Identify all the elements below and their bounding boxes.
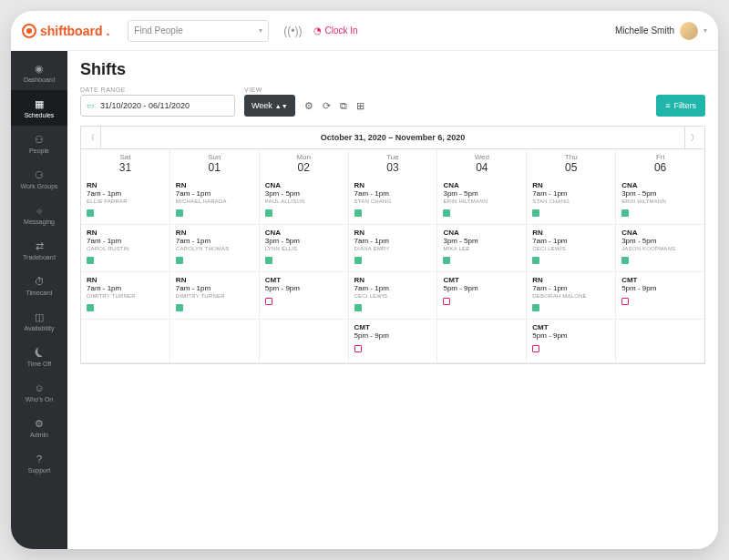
shift-cell[interactable]: CMT5pm - 9pm xyxy=(437,272,527,320)
sidebar-item-people[interactable]: ⚇People xyxy=(11,126,67,161)
sidebar-item-work-groups[interactable]: ⚆Work Groups xyxy=(11,161,67,197)
status-badge xyxy=(532,257,539,264)
shift-role: CNA xyxy=(621,181,699,189)
shift-cell[interactable]: RN7am - 1pmCAROL RUSTIN xyxy=(81,225,170,272)
shift-role: CMT xyxy=(354,323,432,331)
status-badge xyxy=(532,304,539,311)
clock-in-button[interactable]: ◔ Clock In xyxy=(313,25,358,36)
shift-time: 7am - 1pm xyxy=(532,284,610,292)
day-column-header: Wed04 xyxy=(437,149,527,178)
sidebar-item-tradeboard[interactable]: ⇄Tradeboard xyxy=(11,232,67,268)
nav-label: Admin xyxy=(30,432,48,438)
shift-cell[interactable]: CMT5pm - 9pm xyxy=(616,272,704,320)
nav-icon: ⇄ xyxy=(33,239,46,252)
shift-cell[interactable]: RN7am - 1pmSTAN CHANG xyxy=(527,178,616,225)
sidebar-item-schedules[interactable]: ▦Schedules xyxy=(11,90,67,126)
shift-role: RN xyxy=(87,276,164,284)
shift-cell[interactable]: CNA3pm - 5pmJASON KOOPMANS xyxy=(616,225,704,272)
brand-name: shiftboard xyxy=(40,24,102,38)
nav-label: Support xyxy=(28,467,51,473)
sidebar-item-who-s-on[interactable]: ☺Who's On xyxy=(11,374,67,410)
day-number: 02 xyxy=(260,161,348,174)
nav-label: Who's On xyxy=(26,396,54,402)
day-name: Sat xyxy=(81,153,169,161)
broadcast-icon[interactable]: ((•)) xyxy=(283,25,302,37)
status-badge xyxy=(265,209,272,217)
shift-time: 3pm - 5pm xyxy=(265,189,343,198)
shift-person: DEBORAH MALONE xyxy=(532,293,610,299)
nav-icon: ◉ xyxy=(33,62,46,75)
sidebar-item-dashboard[interactable]: ◉Dashboard xyxy=(11,55,67,90)
date-range-input[interactable]: ▭ 31/10/2020 - 06/11/2020 xyxy=(80,95,235,117)
shift-cell[interactable]: RN7am - 1pmCAROLYN THOMAS xyxy=(170,225,260,272)
shift-role: RN xyxy=(354,276,432,284)
logo[interactable]: shiftboard. xyxy=(22,24,109,38)
refresh-icon[interactable]: ⟳ xyxy=(323,100,331,112)
shift-role: CNA xyxy=(265,181,343,189)
shift-cell[interactable]: RN7am - 1pmSTAN CHANG xyxy=(349,178,438,225)
day-name: Fri xyxy=(616,153,704,161)
shift-cell[interactable]: CMT5pm - 9pm xyxy=(260,272,349,320)
nav-icon: ⟐ xyxy=(33,204,46,217)
day-column-header: Fri06 xyxy=(616,149,704,178)
shift-person: ELLIE FARRAR xyxy=(87,199,164,204)
filters-button[interactable]: ≡ Filters xyxy=(656,95,705,117)
shift-cell xyxy=(81,320,170,363)
shift-cell[interactable]: RN7am - 1pmELLIE FARRAR xyxy=(81,178,170,225)
shift-role: CMT xyxy=(443,276,520,284)
shift-person: DIANA EMRY xyxy=(354,246,432,251)
calendar-range: October 31, 2020 – November 6, 2020 xyxy=(101,133,684,142)
sidebar-item-admin[interactable]: ⚙Admin xyxy=(11,410,67,445)
shift-cell[interactable]: CNA3pm - 5pmLYNN ELLIS xyxy=(260,225,349,272)
shift-cell xyxy=(170,320,260,363)
shift-cell[interactable]: RN7am - 1pmDIMITRY TURNER xyxy=(81,272,170,320)
status-badge xyxy=(265,298,272,305)
nav-label: Availability xyxy=(25,325,55,331)
day-column-header: Sat31 xyxy=(81,149,170,178)
status-badge xyxy=(176,304,183,311)
shift-time: 7am - 1pm xyxy=(354,189,432,198)
date-range-value: 31/10/2020 - 06/11/2020 xyxy=(100,101,190,110)
nav-icon: ⚆ xyxy=(33,168,46,181)
shift-cell[interactable]: CNA3pm - 5pmERIN HILTMANN xyxy=(437,178,527,225)
shift-cell[interactable]: RN7am - 1pmCECI LEWIS xyxy=(349,272,438,320)
shift-cell[interactable]: RN7am - 1pmMICHAEL HARADA xyxy=(170,178,260,225)
gear-icon[interactable]: ⚙ xyxy=(304,100,313,112)
shift-cell[interactable]: CMT5pm - 9pm xyxy=(349,320,438,363)
search-input[interactable]: Find People ▾ xyxy=(128,20,269,42)
day-header: Sat31Sun01Mon02Tue03Wed04Thu05Fri06 xyxy=(80,149,705,178)
user-menu[interactable]: Michelle Smith ▾ xyxy=(615,22,707,40)
shift-role: RN xyxy=(354,181,432,189)
schedule-grid: RN7am - 1pmELLIE FARRARRN7am - 1pmMICHAE… xyxy=(80,178,705,364)
view-selector[interactable]: Week ▲▼ xyxy=(244,95,295,117)
copy-icon[interactable]: ⧉ xyxy=(340,100,347,112)
shift-role: CMT xyxy=(621,276,699,284)
prev-week-button[interactable]: 〈 xyxy=(81,127,101,148)
sidebar-item-availability[interactable]: ◫Availability xyxy=(11,303,67,339)
add-shift-icon[interactable]: ⊞ xyxy=(356,100,364,112)
sidebar-item-timecard[interactable]: ⏱Timecard xyxy=(11,268,67,303)
shift-cell[interactable]: RN7am - 1pmCECI LEWIS xyxy=(527,225,616,272)
shift-time: 5pm - 9pm xyxy=(443,284,520,292)
shift-time: 7am - 1pm xyxy=(87,284,164,292)
shift-cell[interactable]: CNA3pm - 5pmERIN HILTMANN xyxy=(616,178,704,225)
filter-icon: ≡ xyxy=(665,101,670,110)
shift-time: 3pm - 5pm xyxy=(265,237,343,245)
shift-cell[interactable]: CMT5pm - 9pm xyxy=(527,320,616,363)
sidebar-item-messaging[interactable]: ⟐Messaging xyxy=(11,197,67,232)
status-badge xyxy=(621,209,629,217)
shift-cell[interactable]: RN7am - 1pmDIMITRY TURNER xyxy=(170,272,260,320)
shift-cell[interactable]: RN7am - 1pmDEBORAH MALONE xyxy=(527,272,616,320)
status-badge xyxy=(87,209,94,217)
sidebar: ◉Dashboard▦Schedules⚇People⚆Work Groups⟐… xyxy=(11,51,67,549)
sidebar-item-support[interactable]: ?Support xyxy=(11,445,67,481)
updown-icon: ▲▼ xyxy=(275,103,288,109)
next-week-button[interactable]: 〉 xyxy=(684,127,704,148)
day-column-header: Sun01 xyxy=(170,149,260,178)
shift-cell[interactable]: CNA3pm - 5pmPAUL ALLISON xyxy=(260,178,349,225)
shift-cell[interactable]: CNA3pm - 5pmMIKA LEE xyxy=(437,225,527,272)
sidebar-item-time-off[interactable]: ⏾Time Off xyxy=(11,339,67,374)
shift-time: 5pm - 9pm xyxy=(621,284,699,292)
shift-cell[interactable]: RN7am - 1pmDIANA EMRY xyxy=(349,225,438,272)
status-badge xyxy=(621,298,629,305)
